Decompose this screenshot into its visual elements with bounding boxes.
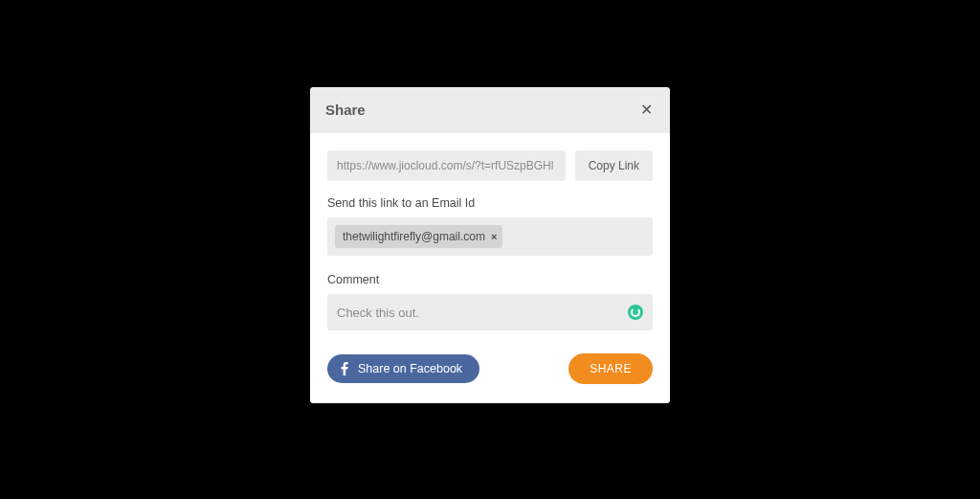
comment-box: [327, 294, 653, 330]
share-facebook-button[interactable]: Share on Facebook: [327, 354, 479, 383]
remove-chip-icon[interactable]: ×: [491, 231, 497, 242]
share-modal: Share ✕ Copy Link Send this link to an E…: [310, 87, 670, 403]
email-input-box[interactable]: thetwilightfirefly@gmail.com ×: [327, 217, 653, 256]
email-chip-text: thetwilightfirefly@gmail.com: [343, 230, 485, 243]
close-icon[interactable]: ✕: [638, 101, 655, 120]
comment-label: Comment: [327, 273, 653, 286]
copy-link-button[interactable]: Copy Link: [575, 150, 653, 181]
link-row: Copy Link: [327, 150, 653, 181]
facebook-icon: [341, 362, 348, 375]
comment-input[interactable]: [337, 306, 614, 320]
modal-header: Share ✕: [310, 87, 670, 133]
share-link-input[interactable]: [327, 150, 566, 181]
modal-title: Share: [325, 102, 366, 118]
email-chip: thetwilightfirefly@gmail.com ×: [335, 225, 502, 248]
email-label: Send this link to an Email Id: [327, 196, 653, 210]
modal-body: Copy Link Send this link to an Email Id …: [310, 133, 670, 403]
fb-button-label: Share on Facebook: [358, 362, 462, 375]
share-button[interactable]: SHARE: [568, 353, 653, 384]
modal-footer: Share on Facebook SHARE: [327, 353, 653, 384]
loading-spinner-icon: [628, 305, 643, 320]
